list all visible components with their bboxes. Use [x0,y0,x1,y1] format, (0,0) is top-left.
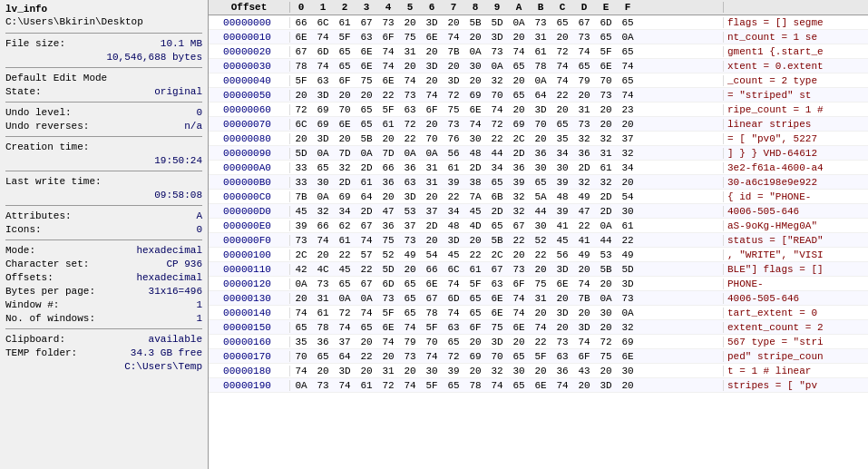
hex-cell: 73 [312,380,334,391]
hex-cell: 73 [377,17,399,28]
hex-cell: 74 [356,235,377,246]
col-header-8: 8 [464,2,486,13]
hex-cell: 30 [530,162,551,173]
hex-cell: 65 [508,90,530,101]
hex-cell: 64 [334,351,356,362]
hex-cells: 203D205B2022707630222C2035323237 [290,133,723,144]
text-cell: gment1 {.start_e [723,46,868,57]
hex-cell: 78 [290,61,312,72]
hex-cell: 45 [290,206,312,217]
hex-cell: 74 [443,278,464,289]
hex-cells: 0A73746172745F657874656E74203D20 [290,380,723,391]
hex-cell: 20 [334,133,356,144]
hex-cell: 45 [551,235,573,246]
hex-cell: 2D [508,148,530,159]
hex-cell: 65 [334,278,356,289]
mode-label: Mode: [5,244,35,257]
hex-cell: 67 [486,264,508,275]
hex-cell: 20 [551,293,573,304]
hex-cells: 7B0A6964203D20227A6B325A48492D54 [290,191,723,202]
hex-cell: 66 [290,17,312,28]
hex-cell: 2D [421,220,443,231]
hex-cell: 5F [530,351,551,362]
hex-cells: 6E745F636F756E74203D20312073650A [290,32,723,43]
hex-cell: 74 [312,32,334,43]
hex-cell: 41 [551,220,573,231]
hex-cell: 6E [421,32,443,43]
hex-cell: 78 [421,308,443,318]
window-label: Window #: [5,298,59,311]
hex-cell: 2D [573,162,595,173]
hex-cell: 3D [443,75,464,86]
hex-cell: 30 [617,366,639,376]
hex-cell: 73 [290,235,312,246]
hex-cell: 74 [486,380,508,391]
hex-cell: 22 [486,133,508,144]
hex-cell: 53 [595,249,617,260]
hex-cell: 36 [508,162,530,173]
hex-cell: 63 [356,32,377,43]
hex-cell: 72 [443,351,464,362]
attributes-label: Attributes: [5,210,72,222]
hex-body[interactable]: 00000000666C616773203D205B5D0A7365676D65… [209,15,868,469]
hex-cell: 20 [312,366,334,376]
table-row: 00000060726970655F636F756E74203D20312023… [209,103,868,117]
hex-cell: 31 [312,293,334,304]
hex-cell: 32 [595,177,617,188]
hex-cell: 20 [421,191,443,202]
hex-cell: 73 [573,119,595,130]
hex-cell: 74 [399,75,421,86]
hex-cell: 20 [443,17,464,28]
hex-cell: 20 [508,337,530,347]
hex-cell: 22 [551,90,573,101]
hex-cell: 61 [617,220,639,231]
hex-cell: 65 [508,61,530,72]
hex-cell: 73 [377,293,399,304]
col-header-E: E [595,2,617,13]
hex-cell: 20 [464,337,486,347]
hex-cell: 74 [508,308,530,318]
file-path: C:\Users\Bkirin\Desktop [5,16,202,27]
table-row: 0000013020310A0A7365676D656E7431207B0A73… [209,291,868,306]
hex-cell: 0A [464,46,486,57]
hex-cell: 3D [617,278,639,289]
hex-cell: 3D [312,90,334,101]
hex-cell: 6F [334,75,356,86]
hex-cell: 20 [421,119,443,130]
offsets-label: Offsets: [5,271,54,284]
undo-level-value: 0 [196,106,202,119]
hex-cell: 74 [486,104,508,115]
hex-cell: 6E [595,61,617,72]
hex-cell: 73 [508,264,530,275]
hex-cell: 20 [399,61,421,72]
hex-cell: 6E [464,104,486,115]
hex-cell: 0A [486,61,508,72]
hex-cell: 3D [530,104,551,115]
hex-cell: 5F [377,104,399,115]
text-cell: 4006-505-646 [723,293,868,304]
hex-cell: 67 [290,46,312,57]
hex-cell: 69 [464,90,486,101]
hex-cell: 74 [377,46,399,57]
hex-cell: 20 [312,249,334,260]
text-cell: flags = [] segme [723,17,868,28]
hex-cell: 7D [334,148,356,159]
hex-cell: 34 [617,162,639,173]
text-cell: extent_count = 2 [723,322,868,333]
hex-cell: 20 [421,75,443,86]
text-cell: BLE"] flags = [] [723,264,868,275]
hex-cells: 746172745F657874656E74203D20300A [290,308,723,318]
offset-cell: 00000020 [209,46,290,57]
offset-cell: 00000090 [209,148,290,159]
hex-cell: 69 [617,337,639,347]
hex-cell: 20 [595,278,617,289]
hex-cell: 67 [356,17,377,28]
file-name: lv_info [5,4,202,15]
charset-value: CP 936 [166,258,202,270]
temp-size: 34.3 GB free [131,347,202,359]
hex-cell: 0A [356,293,377,304]
hex-cells: 33302D61366331393865396539323220 [290,177,723,188]
hex-cells: 666C616773203D205B5D0A7365676D65 [290,17,723,28]
hex-cell: 65 [595,32,617,43]
hex-cell: 73 [443,119,464,130]
